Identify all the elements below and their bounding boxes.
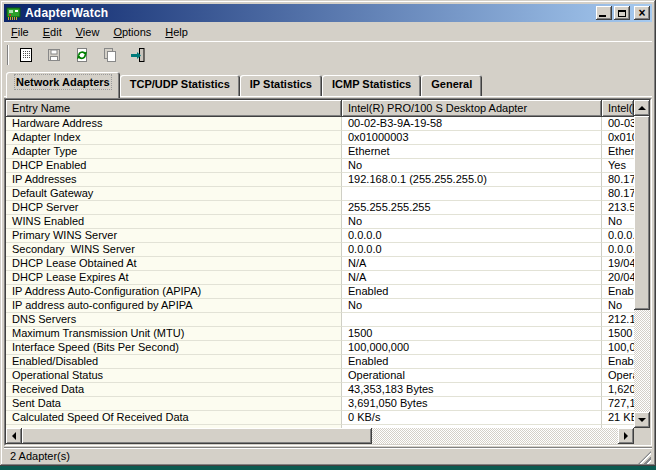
column-header-intel-r-pro-100-s-desktop-adapter[interactable]: Intel(R) PRO/100 S Desktop Adapter xyxy=(342,100,602,117)
entry-name-cell: Sent Data xyxy=(6,397,342,411)
menu-item-help[interactable]: Help xyxy=(158,24,195,41)
copy-button[interactable] xyxy=(98,44,122,66)
arrow-down-icon xyxy=(638,418,646,422)
value-cell: Enabled xyxy=(342,355,602,369)
table-row[interactable]: WINS EnabledNoNo xyxy=(6,215,634,229)
horizontal-scrollbar[interactable] xyxy=(6,428,634,444)
value-cell: 0.0.0. xyxy=(602,243,634,257)
table-row[interactable]: Received Data43,353,183 Bytes1,620, xyxy=(6,383,634,397)
menu-item-edit[interactable]: Edit xyxy=(36,24,69,41)
table-row[interactable]: DHCP EnabledNoYes xyxy=(6,159,634,173)
value-cell: 213.57 xyxy=(602,201,634,215)
save-button[interactable] xyxy=(42,44,66,66)
entry-name-cell: Enabled/Disabled xyxy=(6,355,342,369)
value-cell xyxy=(342,187,602,201)
value-cell: No xyxy=(342,299,602,313)
table-row[interactable]: Default Gateway80.179 xyxy=(6,187,634,201)
table-row[interactable]: DHCP Lease Obtained AtN/A19/04/ xyxy=(6,257,634,271)
table-header: Entry NameIntel(R) PRO/100 S Desktop Ada… xyxy=(6,100,634,117)
vertical-scroll-track[interactable] xyxy=(634,310,650,412)
scroll-up-button[interactable] xyxy=(634,100,650,116)
value-cell: Operational xyxy=(342,369,602,383)
table-row[interactable]: IP Addresses192.168.0.1 (255.255.255.0)8… xyxy=(6,173,634,187)
entry-name-cell: Default Gateway xyxy=(6,187,342,201)
table-row[interactable]: DNS Servers212.1 xyxy=(6,313,634,327)
value-cell: 0.0.0.0 xyxy=(342,243,602,257)
value-cell: 212.1 xyxy=(602,313,634,327)
vertical-scroll-thumb[interactable] xyxy=(634,116,650,310)
menu-item-view[interactable]: View xyxy=(69,24,107,41)
exit-button[interactable] xyxy=(126,44,150,66)
value-cell: 00-03- xyxy=(602,117,634,131)
tab-network-adapters[interactable]: Network Adapters xyxy=(6,72,120,98)
table-row[interactable]: Enabled/DisabledEnabledEnable xyxy=(6,355,634,369)
table-row[interactable]: IP address auto-configured by APIPANoNo xyxy=(6,299,634,313)
tab-label: ICMP Statistics xyxy=(332,78,411,90)
tab-label: TCP/UDP Statistics xyxy=(130,78,230,90)
entry-name-cell: DHCP Server xyxy=(6,201,342,215)
table-row[interactable]: DHCP Lease Expires AtN/A20/04/ xyxy=(6,271,634,285)
menu-item-file[interactable]: File xyxy=(4,24,36,41)
status-text: 2 Adapter(s) xyxy=(10,450,70,462)
value-cell: 80.179 xyxy=(602,173,634,187)
column-header-entry-name[interactable]: Entry Name xyxy=(6,100,342,117)
minimize-button[interactable] xyxy=(596,6,612,20)
copy-icon xyxy=(102,47,118,63)
tab-general[interactable]: General xyxy=(421,75,482,96)
table-row[interactable]: Hardware Address00-02-B3-9A-19-5800-03- xyxy=(6,117,634,131)
scroll-right-button[interactable] xyxy=(618,428,634,444)
value-cell: 21 KB/ xyxy=(602,411,634,425)
maximize-icon xyxy=(618,10,626,17)
tab-ip-statistics[interactable]: IP Statistics xyxy=(240,75,322,96)
value-cell: 727,1 xyxy=(602,397,634,411)
table-row[interactable]: Secondary WINS Server0.0.0.00.0.0. xyxy=(6,243,634,257)
menu-item-options[interactable]: Options xyxy=(106,24,158,41)
entry-name-cell: DHCP Lease Obtained At xyxy=(6,257,342,271)
table-row[interactable]: Adapter TypeEthernetEthern xyxy=(6,145,634,159)
value-cell: 0x010 xyxy=(602,131,634,145)
entry-name-cell: Received Data xyxy=(6,383,342,397)
value-cell: 80.179 xyxy=(602,187,634,201)
table-row[interactable]: IP Address Auto-Configuration (APIPA)Ena… xyxy=(6,285,634,299)
arrow-up-icon xyxy=(638,106,646,110)
scroll-left-button[interactable] xyxy=(6,428,22,444)
tab-label: IP Statistics xyxy=(250,78,312,90)
resize-grip-icon[interactable] xyxy=(638,451,651,464)
table-row[interactable]: Sent Data3,691,050 Bytes727,1 xyxy=(6,397,634,411)
entry-name-cell: Operational Status xyxy=(6,369,342,383)
horizontal-scroll-track[interactable] xyxy=(372,428,618,444)
table-row[interactable]: Maximum Transmission Unit (MTU)15001500 xyxy=(6,327,634,341)
horizontal-scroll-thumb[interactable] xyxy=(22,428,372,444)
maximize-button[interactable] xyxy=(614,6,630,20)
refresh-button[interactable] xyxy=(70,44,94,66)
table-row[interactable]: DHCP Server255.255.255.255213.57 xyxy=(6,201,634,215)
table-row[interactable]: Interface Speed (Bits Per Second)100,000… xyxy=(6,341,634,355)
save-icon xyxy=(46,47,62,63)
table-row[interactable]: Primary WINS Server0.0.0.00.0.0. xyxy=(6,229,634,243)
tab-tcp-udp-statistics[interactable]: TCP/UDP Statistics xyxy=(120,75,240,96)
value-cell: Enabled xyxy=(342,285,602,299)
value-cell: 100,000,000 xyxy=(342,341,602,355)
value-cell: 0.0.0.0 xyxy=(342,229,602,243)
exit-icon xyxy=(130,47,146,63)
value-cell: No xyxy=(342,215,602,229)
vertical-scrollbar[interactable] xyxy=(634,100,650,428)
adapters-table: Entry NameIntel(R) PRO/100 S Desktop Ada… xyxy=(4,98,652,446)
table-row[interactable]: Adapter Index0x010000030x010 xyxy=(6,131,634,145)
toolbar xyxy=(4,41,652,68)
scroll-down-button[interactable] xyxy=(634,412,650,428)
tab-icmp-statistics[interactable]: ICMP Statistics xyxy=(322,75,421,96)
value-cell: Yes xyxy=(602,159,634,173)
scrollbar-corner xyxy=(634,428,650,444)
arrow-right-icon xyxy=(624,432,628,440)
report-button[interactable] xyxy=(14,44,38,66)
close-button[interactable]: × xyxy=(634,6,650,20)
table-row[interactable]: Calculated Speed Of Received Data0 KB/s2… xyxy=(6,411,634,425)
entry-name-cell: IP Address Auto-Configuration (APIPA) xyxy=(6,285,342,299)
minimize-icon xyxy=(599,15,606,17)
table-row[interactable]: Operational StatusOperationalOpera xyxy=(6,369,634,383)
report-icon xyxy=(18,47,34,63)
column-header-intel-r[interactable]: Intel(R xyxy=(602,100,634,117)
status-bar: 2 Adapter(s) xyxy=(4,447,652,465)
title-bar[interactable]: AdapterWatch × xyxy=(4,4,652,22)
